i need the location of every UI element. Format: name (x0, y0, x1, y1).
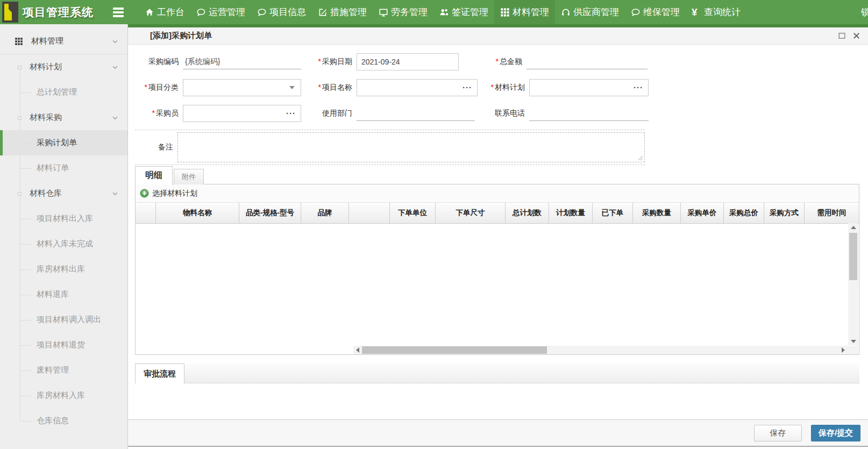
topnav-item[interactable]: 维保管理 (625, 0, 686, 24)
grid-header-row: 物料名称品类-规格-型号品牌下单单位下单尺寸总计划数计划数量已下单采购数量采购单… (136, 203, 859, 224)
grid-header-cell[interactable]: 已下单 (593, 203, 633, 223)
sidebar-item[interactable]: 材料计划 (0, 54, 127, 80)
dialog-title: [添加]采购计划单 (150, 31, 212, 41)
horizontal-scrollbar (136, 346, 859, 354)
grid-header-cell[interactable] (349, 203, 390, 223)
topnav-item[interactable]: ¥查询统计 (686, 0, 746, 24)
tab-detail[interactable]: 明细 (135, 166, 173, 184)
purchaser-input[interactable] (183, 106, 286, 121)
purchaser-lookup-button[interactable]: ··· (286, 111, 301, 116)
grid-header-cell[interactable] (136, 203, 156, 223)
project-name-label: *项目名称 (301, 83, 357, 92)
detail-tabs: 明细 附件 (135, 166, 204, 184)
use-department-input[interactable] (357, 106, 475, 121)
grid-header-cell[interactable]: 总计划数 (506, 203, 549, 223)
sidebar-item-label: 采购计划单 (37, 138, 77, 148)
grid-header-cell[interactable]: 品牌 (301, 203, 349, 223)
app-logo (2, 2, 18, 23)
project-category-input[interactable] (183, 80, 289, 95)
topnav-item[interactable]: 工作台 (139, 0, 190, 24)
grid-header-cell[interactable]: 需用时间 (805, 203, 859, 223)
hscroll-left-arrow[interactable] (353, 346, 361, 354)
topnav-item[interactable]: 签证管理 (433, 0, 494, 24)
grid-header-cell[interactable]: 采购方式 (764, 203, 805, 223)
close-icon[interactable] (851, 30, 862, 41)
project-name-input[interactable] (357, 80, 463, 95)
sidebar: 材料管理材料计划总计划管理材料采购采购计划单材料订单材料仓库项目材料出入库材料入… (0, 24, 128, 449)
topnav-item[interactable]: 运营管理 (190, 0, 251, 24)
topnav-item-label: 工作台 (157, 6, 184, 18)
select-material-plan-button[interactable]: 选择材料计划 (140, 189, 197, 198)
project-name-field[interactable]: ··· (357, 79, 478, 96)
tab-attachment[interactable]: 附件 (174, 169, 204, 184)
sidebar-item[interactable]: 项目材料出入库 (0, 206, 127, 231)
sidebar-item[interactable]: 材料订单 (0, 155, 127, 181)
chevron-down-icon (111, 38, 119, 45)
vscroll-thumb[interactable] (849, 233, 857, 280)
material-plan-input[interactable] (530, 80, 634, 95)
project-category-select[interactable] (183, 79, 301, 96)
topnav-item[interactable]: 供应商管理 (555, 0, 625, 24)
grid-header-cell[interactable]: 计划数量 (549, 203, 593, 223)
purchase-date-input[interactable] (357, 54, 458, 69)
purchaser-field[interactable]: ··· (183, 105, 301, 122)
required-asterisk: * (152, 109, 155, 117)
topnav-item[interactable]: 项目信息 (251, 0, 312, 24)
chevron-down-icon (111, 190, 119, 197)
purchaser-label: *采购员 (138, 109, 183, 118)
grid-header-cell[interactable]: 采购总价 (724, 203, 764, 223)
total-amount-input[interactable] (527, 55, 648, 69)
purchase-date-field[interactable] (357, 53, 459, 70)
grid-header-cell[interactable]: 采购数量 (633, 203, 681, 223)
sidebar-item-label: 仓库信息 (37, 416, 69, 426)
grid-header-cell[interactable]: 采购单价 (681, 203, 724, 223)
topnav-item[interactable]: 措施管理 (312, 0, 373, 24)
remark-textarea[interactable] (177, 132, 645, 162)
sidebar-item[interactable]: 材料退库 (0, 282, 127, 307)
required-asterisk: * (491, 83, 494, 91)
purchase-code-input[interactable] (183, 55, 301, 69)
sidebar-item[interactable]: 库房材料入库 (0, 383, 127, 408)
sidebar-item[interactable]: 材料管理 (0, 28, 127, 54)
grid-header-cell[interactable]: 物料名称 (156, 203, 239, 223)
users-icon (439, 8, 449, 17)
project-name-lookup-button[interactable]: ··· (463, 85, 477, 90)
sidebar-item[interactable]: 项目材料退货 (0, 332, 127, 358)
sidebar-item-label: 材料退库 (37, 289, 69, 300)
sidebar-item[interactable]: 废料管理 (0, 358, 127, 383)
grid-header-cell[interactable]: 下单单位 (390, 203, 436, 223)
sidebar-item[interactable]: 材料仓库 (0, 181, 127, 206)
grid-header-cell[interactable]: 下单尺寸 (436, 203, 506, 223)
hscroll-thumb[interactable] (362, 346, 547, 354)
grid-header-cell[interactable]: 品类-规格-型号 (239, 203, 301, 223)
sidebar-item[interactable]: 材料采购 (0, 105, 127, 130)
material-plan-field[interactable]: ··· (529, 79, 649, 96)
contact-phone-input[interactable] (529, 106, 649, 121)
lock-label[interactable]: 锁 (861, 6, 868, 18)
vscroll-up-arrow[interactable] (848, 223, 858, 231)
sidebar-item-label: 库房材料出库 (37, 264, 85, 274)
grid-icon (15, 37, 23, 46)
sidebar-item-label: 项目材料调入调出 (37, 315, 101, 325)
sidebar-item[interactable]: 采购计划单 (0, 130, 127, 155)
resize-handle-icon[interactable] (638, 155, 643, 161)
material-plan-lookup-button[interactable]: ··· (634, 85, 648, 90)
approval-tabs-bar: 审批流程 (135, 364, 859, 383)
tree-node-bullet (18, 192, 22, 196)
sidebar-item[interactable]: 仓库信息 (0, 408, 127, 433)
sidebar-item[interactable]: 库房材料出库 (0, 256, 127, 282)
hamburger-menu-icon[interactable] (113, 8, 124, 17)
sidebar-item[interactable]: 材料入库未完成 (0, 231, 127, 256)
topnav-item[interactable]: 劳务管理 (373, 0, 433, 24)
hscroll-right-arrow[interactable] (839, 346, 847, 354)
sidebar-item[interactable]: 项目材料调入调出 (0, 307, 127, 332)
save-button[interactable]: 保存 (754, 425, 802, 441)
save-submit-button[interactable]: 保存/提交 (811, 425, 860, 441)
tab-approval-flow[interactable]: 审批流程 (135, 364, 184, 383)
sidebar-item-label: 项目材料退货 (37, 340, 85, 350)
topnav-item[interactable]: 材料管理 (494, 0, 555, 24)
maximize-icon[interactable] (836, 30, 847, 41)
vscroll-down-arrow[interactable] (848, 337, 858, 345)
topnav-item-label: 维保管理 (643, 6, 680, 18)
sidebar-item[interactable]: 总计划管理 (0, 80, 127, 105)
